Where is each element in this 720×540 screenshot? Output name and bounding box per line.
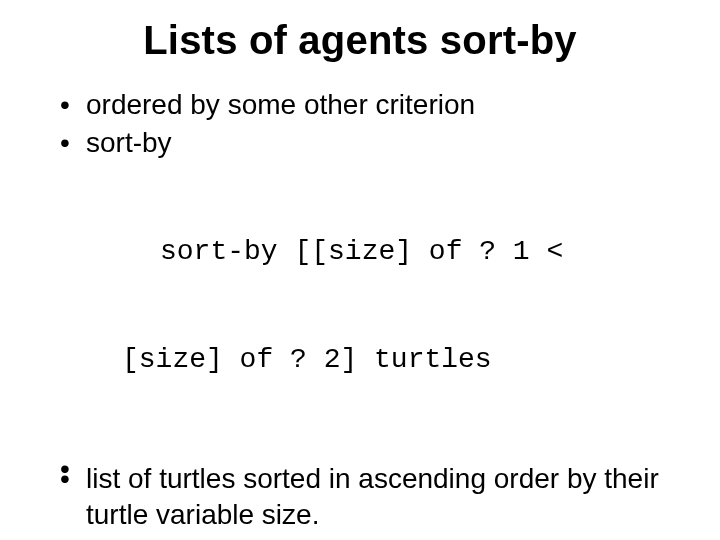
code-line-1: sort-by [[size] of ? 1 < bbox=[104, 234, 680, 270]
spacer bbox=[60, 451, 680, 461]
bullet-text-1: ordered by some other criterion bbox=[86, 89, 475, 120]
slide-title: Lists of agents sort-by bbox=[40, 18, 680, 63]
bullet-item-1: ordered by some other criterion bbox=[60, 87, 680, 123]
code-block: sort-by [[size] of ? 1 < [size] of ? 2] … bbox=[86, 163, 680, 450]
bullet-list: ordered by some other criterion sort-by … bbox=[40, 87, 680, 533]
bullet-text-2: sort-by bbox=[86, 127, 172, 158]
bullet-item-2: sort-by sort-by [[size] of ? 1 < [size] … bbox=[60, 125, 680, 449]
code-line-2: [size] of ? 2] turtles bbox=[104, 342, 680, 378]
bullet-item-3: list of turtles sorted in ascending orde… bbox=[60, 461, 680, 533]
bullet-text-3: list of turtles sorted in ascending orde… bbox=[86, 463, 659, 530]
slide: Lists of agents sort-by ordered by some … bbox=[0, 0, 720, 540]
